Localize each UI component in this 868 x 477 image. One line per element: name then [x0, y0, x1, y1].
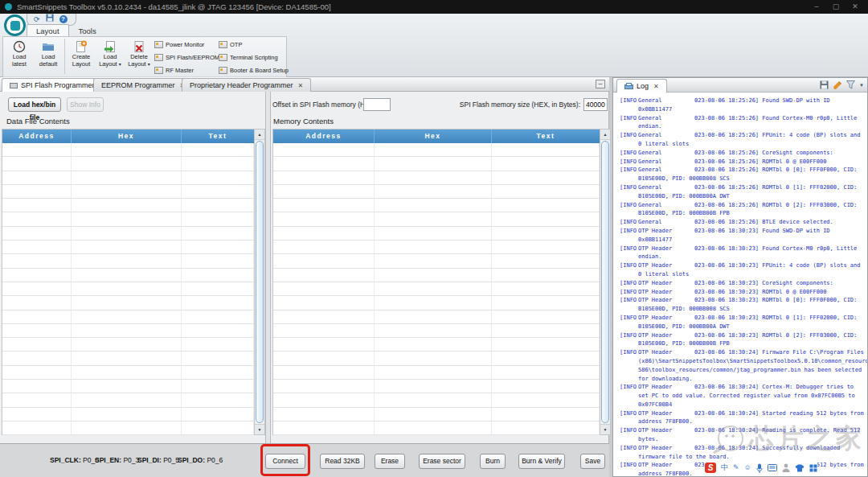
tool-item-power-monitor[interactable]: Power Monitor	[154, 41, 204, 48]
scrollbar-thumb[interactable]	[256, 141, 264, 423]
window-icon	[219, 54, 227, 61]
burn-button[interactable]: Burn	[480, 454, 506, 469]
tab-proprietary-header-programmer[interactable]: Proprietary Header Programmer ✕	[182, 78, 311, 92]
table-row	[2, 227, 254, 241]
table-row	[2, 296, 254, 310]
table-row	[273, 171, 600, 185]
more-grid-icon[interactable]	[809, 464, 817, 472]
pen-icon[interactable]: ✎	[733, 463, 739, 473]
log-body[interactable]: [INFOGeneral023-08-06 18:25:26] Found SW…	[613, 93, 867, 476]
save-button[interactable]: Save	[580, 454, 605, 469]
ribbon-separator	[64, 39, 65, 74]
tool-item-otp[interactable]: OTP	[219, 41, 242, 48]
load-hexbin-button[interactable]: Load hex/bin file	[8, 97, 61, 112]
panel-splitter[interactable]	[265, 92, 271, 443]
table-row	[273, 324, 600, 338]
chevron-down-icon: ▾	[119, 62, 121, 67]
erase-sector-button[interactable]: Erase sector	[419, 454, 465, 469]
log-panel: Log ✕ ▼ [INFOGeneral023-08-06 18:25:26] …	[612, 77, 868, 477]
minimize-button[interactable]: –	[809, 1, 825, 13]
memory-contents-table: Address Hex Text ▲ ▼	[272, 129, 611, 435]
scroll-down-icon[interactable]: ▼	[600, 424, 610, 434]
data-file-contents-table: Address Hex Text ▲ ▼	[2, 129, 265, 435]
table-row	[2, 212, 254, 226]
connect-button[interactable]: Connect	[265, 454, 305, 469]
clear-log-icon[interactable]	[833, 80, 842, 89]
tool-item-terminal-scripting[interactable]: Terminal Scripting	[219, 54, 278, 61]
read-32kb-button[interactable]: Read 32KB	[320, 454, 365, 469]
pin-spi-en: SPI_EN: P0_3	[95, 456, 139, 464]
filter-icon[interactable]	[846, 80, 855, 89]
table-row	[273, 408, 600, 421]
save-icon[interactable]	[46, 14, 54, 25]
close-icon[interactable]: ✕	[298, 82, 304, 89]
sync-icon[interactable]: ⟳	[34, 14, 40, 25]
burn-verify-button[interactable]: Burn & Verify	[518, 454, 565, 469]
scrollbar-thumb[interactable]	[601, 141, 609, 423]
emoji-icon[interactable]: ☺	[744, 463, 751, 473]
log-entry: [INFOOTP Header023-08-06 18:30:23] CoreS…	[638, 279, 866, 288]
chevron-down-icon: ▾	[148, 62, 150, 67]
scroll-down-icon[interactable]: ▼	[255, 424, 264, 434]
scroll-up-icon[interactable]: ▲	[255, 130, 264, 140]
log-entry: [INFOOTP Header023-08-06 18:30:23] Found…	[638, 245, 866, 262]
tool-item-rf-master[interactable]: RF Master	[154, 67, 194, 74]
delete-layout-button[interactable]: Delete Layout ▾	[125, 39, 154, 68]
data-file-contents-label: Data File Contents	[6, 117, 70, 125]
scroll-up-icon[interactable]: ▲	[600, 130, 610, 140]
show-info-button[interactable]: Show Info	[67, 97, 104, 112]
create-layout-button[interactable]: Create Layout	[67, 39, 96, 68]
person-icon[interactable]	[782, 463, 790, 472]
load-layout-button[interactable]: Load Layout ▾	[96, 39, 125, 68]
table-row	[273, 310, 600, 324]
ribbon-tab-tools[interactable]: Tools	[69, 24, 106, 36]
log-icon	[624, 83, 633, 90]
log-entry: [INFOOTP Header023-08-06 18:30:24] Succe…	[638, 444, 866, 462]
log-entry: [INFOOTP Header023-08-06 18:30:24] Corte…	[638, 383, 866, 409]
keyboard-icon[interactable]	[768, 464, 777, 471]
load-latest-button[interactable]: Load latest	[5, 39, 34, 68]
chevron-down-icon[interactable]: ▼	[859, 83, 864, 88]
application-menu-button[interactable]	[4, 14, 26, 36]
ribbon-tab-layout[interactable]: Layout	[27, 24, 69, 36]
table-row	[273, 393, 600, 407]
app-logo-icon	[10, 21, 20, 31]
ribbon: ⟳ ? Layout Tools Load latest	[0, 14, 868, 77]
ribbon-tabs: Layout Tools	[27, 24, 106, 36]
tab-eeprom-programmer[interactable]: EEPROM Programmer ✕	[93, 78, 193, 92]
memory-table-scrollbar[interactable]: ▲ ▼	[600, 130, 610, 434]
erase-button[interactable]: Erase	[375, 454, 405, 469]
close-icon[interactable]: ✕	[653, 83, 659, 90]
column-header-address: Address	[2, 130, 72, 143]
table-row	[2, 241, 254, 254]
help-icon[interactable]: ?	[59, 15, 68, 23]
pin-spi-di: SPI_DI: P0_5	[137, 456, 179, 464]
log-tab[interactable]: Log ✕	[616, 79, 667, 93]
table-row	[273, 366, 600, 380]
log-entry: [INFOGeneral023-08-06 18:25:26] ROMTbl 0…	[638, 201, 866, 219]
maximize-button[interactable]: ▢	[828, 1, 844, 13]
log-panel-header: Log ✕ ▼	[613, 78, 867, 93]
save-log-icon[interactable]	[820, 80, 829, 89]
close-button[interactable]: ✕	[847, 1, 863, 13]
microphone-icon[interactable]	[756, 463, 763, 473]
memory-contents-label: Memory Contents	[273, 117, 334, 125]
log-entry: [INFOOTP Header023-08-06 18:30:24] Firmw…	[638, 348, 866, 383]
sogou-logo-icon[interactable]: S	[705, 463, 716, 473]
flash-size-input[interactable]	[583, 98, 608, 111]
window-icon	[154, 54, 163, 61]
log-entry: [INFOOTP Header023-08-06 18:30:23] ROMTb…	[638, 331, 866, 349]
panel-minimize-button[interactable]: ─	[596, 80, 605, 88]
log-entry: [INFOGeneral023-08-06 18:25:26] ROMTbl 0…	[638, 158, 866, 167]
tool-item-booter-board-setup[interactable]: Booter & Board Setup	[219, 67, 289, 74]
data-table-scrollbar[interactable]: ▲ ▼	[254, 130, 264, 434]
column-header-address: Address	[273, 130, 375, 143]
skin-icon[interactable]	[795, 464, 805, 472]
tool-item-spi-flash-eeprom[interactable]: SPI Flash/EEPROM	[154, 54, 219, 61]
table-row	[2, 380, 254, 393]
column-header-text: Text	[492, 130, 600, 143]
chinese-mode-icon[interactable]: 中	[721, 463, 728, 473]
offset-input[interactable]	[363, 98, 391, 111]
load-default-button[interactable]: Load default	[34, 39, 63, 68]
create-layout-label: Create Layout	[67, 54, 96, 68]
